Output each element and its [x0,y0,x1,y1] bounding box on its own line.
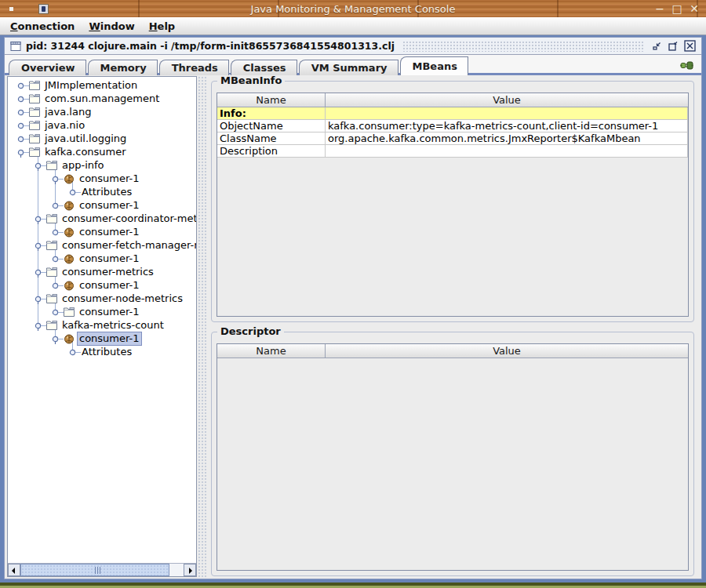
tree-node-label[interactable]: JMImplementation [43,79,139,92]
tree-node-label[interactable]: consumer-fetch-manager-metrics [60,239,196,252]
frame-maximize-icon[interactable] [668,41,679,52]
tree-node-label[interactable]: consumer-1 [78,199,141,212]
tree-expanded-handle-icon[interactable] [35,241,46,251]
tree-node-label[interactable]: consumer-1 [78,252,141,265]
tree-node-label[interactable]: consumer-metrics [60,266,155,278]
tree-collapsed-handle-icon[interactable] [17,95,29,104]
tree-node-label[interactable]: kafka.consumer [43,146,128,158]
tree-collapsed-handle-icon[interactable] [17,122,29,131]
table-row[interactable]: Description [217,145,688,158]
tree-node[interactable]: java.nio [8,119,196,132]
cell-value: kafka.consumer:type=kafka-metrics-count,… [326,120,688,132]
maximize-icon[interactable]: □ [671,3,682,14]
tree-node[interactable]: java.util.logging [8,132,196,146]
tree-expanded-handle-icon[interactable] [52,335,64,344]
tree-expanded-handle-icon[interactable] [35,268,46,278]
descriptor-col-value[interactable]: Value [326,344,688,358]
tree-collapsed-handle-icon[interactable] [69,348,81,358]
mbeaninfo-col-name[interactable]: Name [217,93,326,107]
tab-vm-summary[interactable]: VM Summary [299,60,398,75]
tree-collapsed-handle-icon[interactable] [17,108,29,118]
scrollbar-thumb[interactable] [20,564,169,576]
scroll-left-button[interactable] [8,564,20,576]
scroll-right-button[interactable] [184,564,196,576]
tree-node[interactable]: JMImplementation [8,79,196,93]
tree-node[interactable]: kafka.consumer [8,146,196,159]
tree-horizontal-scrollbar[interactable] [8,563,196,576]
tree-collapsed-handle-icon[interactable] [52,201,64,211]
tab-threads[interactable]: Threads [159,60,229,75]
descriptor-group: Descriptor Name Value [211,332,694,576]
mbeaninfo-col-value[interactable]: Value [326,93,688,107]
tree-expanded-handle-icon[interactable] [35,321,46,331]
tree-node[interactable]: java.lang [8,106,196,119]
tree-node-label[interactable]: Attributes [80,186,133,198]
tree-node-label[interactable]: java.nio [43,119,86,132]
tree-expanded-handle-icon[interactable] [35,295,46,304]
frame-titlebar[interactable]: pid: 31244 clojure.main -i /tmp/form-ini… [5,38,701,55]
descriptor-table: Name Value [217,343,689,571]
menu-connection[interactable]: Connection [3,18,82,34]
tree-node[interactable]: consumer-1 [8,332,196,346]
tree-node-label[interactable]: consumer-node-metrics [60,292,184,305]
tree-expanded-handle-icon[interactable] [17,148,29,158]
tab-classes[interactable]: Classes [231,60,297,75]
tree-node-label[interactable]: kafka-metrics-count [60,319,166,332]
tree-node[interactable]: kafka-metrics-count [8,319,196,332]
table-row[interactable]: ObjectNamekafka.consumer:type=kafka-metr… [217,120,688,132]
mbean-icon [63,173,76,185]
tree-node[interactable]: consumer-metrics [8,266,196,279]
tree-node-label[interactable]: java.util.logging [43,132,128,145]
tree-collapsed-handle-icon[interactable] [17,135,29,144]
tree-collapsed-handle-icon[interactable] [69,188,81,198]
tree-connector-line [38,172,38,186]
tree-node[interactable]: consumer-coordinator-metrics [8,212,196,226]
mbean-icon [63,280,76,292]
menu-window[interactable]: Window [82,18,141,34]
tree-node[interactable]: app-info [8,159,196,172]
tree-node-label[interactable]: consumer-1 [78,226,141,238]
window-titlebar[interactable]: Java Monitoring & Management Console − □… [0,0,706,17]
tree-collapsed-handle-icon[interactable] [52,308,64,318]
tree-node-label[interactable]: consumer-1 [78,306,141,318]
tree-connector-line [55,186,56,199]
tree-node[interactable]: consumer-1 [8,252,196,266]
menu-help[interactable]: Help [142,18,182,34]
tab-memory[interactable]: Memory [88,60,158,75]
tree-expanded-handle-icon[interactable] [35,162,46,171]
tree-node-label[interactable]: consumer-1 [78,279,141,292]
tree-node[interactable]: Attributes [8,186,196,199]
tree-node[interactable]: consumer-1 [8,306,196,319]
frame-iconify-icon[interactable] [652,41,662,51]
tree-node[interactable]: consumer-1 [8,199,196,212]
splitpane-divider[interactable] [198,76,206,577]
tree-node[interactable]: consumer-node-metrics [8,292,196,306]
tree-node-label[interactable]: Attributes [80,346,133,358]
tree-collapsed-handle-icon[interactable] [52,281,64,291]
tree-collapsed-handle-icon[interactable] [17,82,29,91]
tab-mbeans[interactable]: MBeans [400,56,468,75]
minimize-icon[interactable]: − [654,3,665,14]
tree-collapsed-handle-icon[interactable] [52,255,64,264]
tree-expanded-handle-icon[interactable] [52,175,64,184]
frame-close-icon[interactable] [684,40,697,53]
tree-node-label[interactable]: consumer-coordinator-metrics [60,212,196,225]
tree-node[interactable]: consumer-fetch-manager-metrics [8,239,196,252]
tree-collapsed-handle-icon[interactable] [52,228,64,238]
tree-node[interactable]: com.sun.management [8,93,196,106]
tree-node-label[interactable]: com.sun.management [43,93,161,105]
tree-node-label[interactable]: java.lang [43,106,93,118]
table-row[interactable]: ClassNameorg.apache.kafka.common.metrics… [217,132,688,145]
tree-node[interactable]: Attributes [8,346,196,359]
descriptor-col-name[interactable]: Name [217,344,326,358]
tree-node[interactable]: consumer-1 [8,226,196,239]
tree-node[interactable]: consumer-1 [8,172,196,186]
tree-node[interactable]: consumer-1 [8,279,196,292]
tab-overview[interactable]: Overview [9,60,86,75]
tree-node-label[interactable]: app-info [60,159,106,172]
tree-expanded-handle-icon[interactable] [35,215,46,224]
close-icon[interactable]: ✕ [689,3,700,14]
tree-node-label-selected[interactable]: consumer-1 [78,332,141,345]
tree-node-label[interactable]: consumer-1 [78,172,141,185]
table-row[interactable]: Info: [217,107,688,120]
